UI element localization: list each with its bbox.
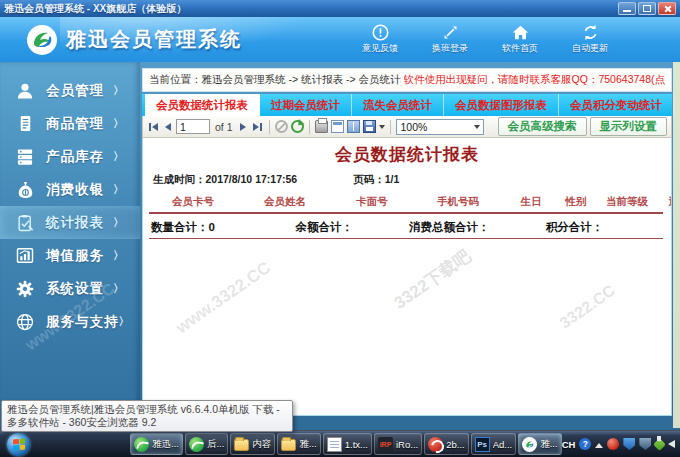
- cashier-icon: [13, 179, 37, 201]
- sidebar-item-goods[interactable]: 商品管理 〉: [0, 107, 140, 140]
- red-tray-icon[interactable]: [607, 438, 619, 450]
- sidebar-label: 增值服务: [46, 247, 104, 265]
- page-setup-icon[interactable]: [347, 120, 360, 133]
- taskbar-item-photoshop[interactable]: Ps Ad...: [471, 433, 517, 455]
- tab-label: 过期会员统计: [271, 98, 340, 113]
- watermark-edge-strip: [673, 62, 680, 428]
- summary-rule: [149, 238, 663, 239]
- tab-expired-members[interactable]: 过期会员统计: [260, 94, 352, 116]
- taskbar: 雅迅... 后... 内容 雅... 1.tx... iRP iRo...: [0, 430, 680, 457]
- settings-gear-icon: [13, 278, 37, 300]
- system-tray: CH ? 2: [562, 438, 680, 450]
- tab-lost-members[interactable]: 流失会员统计: [352, 94, 444, 116]
- taskbar-item-label: Ad...: [493, 439, 513, 450]
- first-page-button[interactable]: [147, 122, 160, 132]
- taskbar-item-label: 后...: [207, 438, 224, 451]
- column-header: 会员卡号: [149, 195, 237, 209]
- sidebar-item-members[interactable]: 会员管理 〉: [0, 74, 140, 107]
- maximize-button[interactable]: [638, 2, 656, 15]
- taskbar-item-label: 雅...: [299, 438, 316, 451]
- summary-balance: 余额合计：: [295, 220, 409, 235]
- sidebar-label: 消费收银: [46, 181, 104, 199]
- page-indicator: 页码：1/1: [353, 173, 399, 187]
- tab-member-data-report[interactable]: 会员数据统计报表: [145, 94, 260, 116]
- feedback-label: 意见反馈: [362, 42, 398, 55]
- export-dropdown-caret-icon[interactable]: [379, 125, 385, 129]
- header-rule: [149, 212, 663, 214]
- print-icon[interactable]: [315, 120, 328, 133]
- help-tray-icon[interactable]: ?: [579, 438, 591, 450]
- irp-icon: iRP: [378, 437, 393, 452]
- tab-graph-report[interactable]: 会员数据图形报表: [444, 94, 559, 116]
- refresh-icon[interactable]: [291, 120, 304, 133]
- chevron-right-icon: 〉: [113, 248, 124, 263]
- shift-login-action[interactable]: 换班登录: [432, 24, 468, 55]
- column-header: 卡面号: [333, 195, 411, 209]
- previous-page-button[interactable]: [163, 122, 173, 132]
- app-logo-icon: [26, 24, 58, 56]
- last-page-button[interactable]: [251, 122, 264, 132]
- value-service-icon: [13, 245, 37, 267]
- chevron-right-icon: 〉: [113, 83, 124, 98]
- software-home-action[interactable]: 软件首页: [502, 24, 538, 55]
- next-page-button[interactable]: [238, 122, 248, 132]
- breadcrumb-bar: 当前位置：雅迅会员管理系统 -> 统计报表 -> 会员统计 软件使用出现疑问，请…: [142, 68, 672, 92]
- folder-icon: [234, 439, 249, 451]
- inventory-icon: [13, 146, 37, 168]
- taskbar-item-folder-ya[interactable]: 雅...: [277, 433, 320, 455]
- sidebar-item-reports[interactable]: 统计报表 〉: [0, 206, 140, 239]
- sidebar-item-inventory[interactable]: 产品库存 〉: [0, 140, 140, 173]
- browser-360-icon: [189, 437, 204, 452]
- taskbar-item-irp[interactable]: iRP iRo...: [374, 433, 422, 455]
- auto-update-action[interactable]: 自动更新: [572, 24, 608, 55]
- report-summary-row: 数量合计：0 余额合计： 消费总额合计： 积分合计：: [151, 220, 671, 235]
- toolbar-separator: [309, 120, 310, 134]
- column-header: 过期: [659, 195, 672, 209]
- app-header: 雅迅会员管理系统 意见反馈 换班登录: [0, 17, 680, 62]
- taskbar-item-notepad[interactable]: 1.tx...: [323, 433, 372, 455]
- tab-bar: 会员数据统计报表 过期会员统计 流失会员统计 会员数据图形报表 会员积分变动统计: [142, 94, 672, 116]
- summary-consumption: 消费总额合计：: [409, 220, 546, 235]
- security-shield-icon[interactable]: [623, 438, 635, 450]
- feedback-action[interactable]: 意见反馈: [362, 24, 398, 55]
- volume-icon[interactable]: [668, 438, 680, 450]
- switch-arrows-icon: [442, 24, 459, 41]
- taskbar-item-yaxun-app[interactable]: 雅...: [518, 433, 561, 455]
- app-window: 雅迅会员管理系统 - XX旗舰店（体验版） 雅迅会员管理系统: [0, 0, 680, 430]
- sidebar-item-settings[interactable]: 系统设置 〉: [0, 272, 140, 305]
- taskbar-item-browser-admin[interactable]: 后...: [185, 433, 228, 455]
- sidebar-item-cashier[interactable]: 消费收银 〉: [0, 173, 140, 206]
- taskbar-item-folder-content[interactable]: 内容: [230, 433, 275, 455]
- support-notice[interactable]: 软件使用出现疑问，请随时联系客服QQ：750643748(点: [404, 73, 665, 87]
- close-button[interactable]: [658, 2, 676, 15]
- start-button[interactable]: [7, 431, 30, 457]
- pinwheel-app-icon[interactable]: [85, 436, 91, 453]
- defender-shield-icon[interactable]: [639, 438, 651, 450]
- export-save-icon[interactable]: [363, 120, 376, 133]
- minimize-button[interactable]: [618, 2, 636, 15]
- taskbar-item-label: 内容: [252, 438, 271, 451]
- chevron-right-icon: 〉: [113, 215, 124, 230]
- column-settings-button[interactable]: 显示列设置: [590, 117, 668, 136]
- tab-label: 会员数据图形报表: [455, 98, 547, 113]
- taskbar-item-browser-yaxun[interactable]: 雅迅...: [130, 433, 183, 455]
- stop-render-icon[interactable]: [275, 120, 288, 133]
- show-hidden-icons-caret[interactable]: [595, 443, 603, 448]
- advanced-search-button[interactable]: 会员高级搜索: [498, 117, 587, 136]
- taskbar-item-2b[interactable]: 2b...: [424, 433, 469, 455]
- column-header: 生日: [505, 195, 557, 209]
- print-layout-icon[interactable]: [331, 120, 344, 133]
- page-number-input[interactable]: [176, 119, 210, 134]
- notepad-icon: [327, 437, 342, 452]
- chevron-right-icon: 〉: [119, 314, 130, 329]
- titlebar: 雅迅会员管理系统 - XX旗舰店（体验版）: [0, 0, 680, 17]
- window-body: 会员管理 〉 商品管理 〉 产品库存 〉: [0, 62, 680, 430]
- zoom-select[interactable]: 100%: [396, 119, 484, 135]
- sidebar-item-support[interactable]: 服务与支持 〉: [0, 305, 140, 338]
- windows-logo-icon: [7, 433, 30, 456]
- language-indicator[interactable]: CH: [562, 439, 576, 450]
- sidebar-item-value-services[interactable]: 增值服务 〉: [0, 239, 140, 272]
- tab-points-change[interactable]: 会员积分变动统计: [559, 94, 674, 116]
- column-header: 手机号码: [411, 195, 505, 209]
- taskbar-item-label: iRo...: [396, 439, 418, 450]
